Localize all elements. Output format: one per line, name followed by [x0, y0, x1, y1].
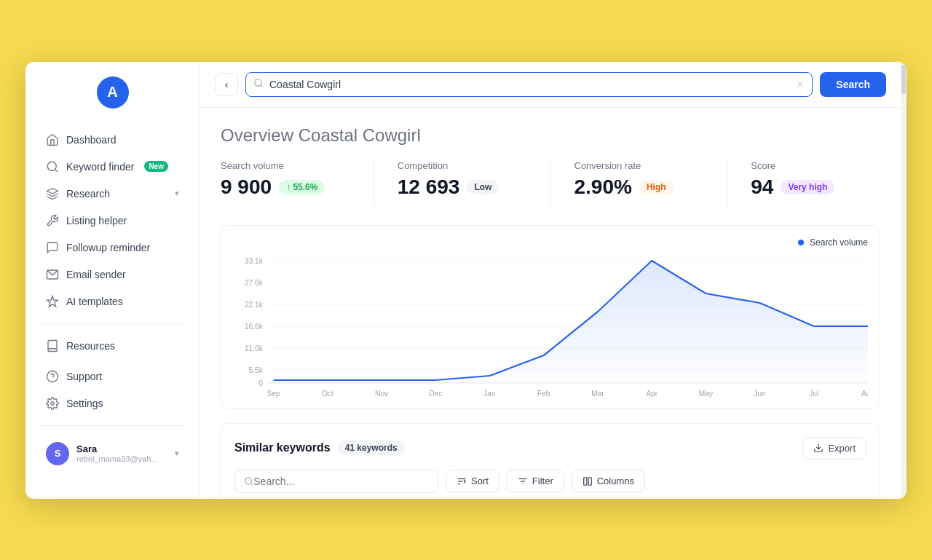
sidebar-item-ai-templates[interactable]: AI templates [31, 288, 194, 315]
svg-text:0: 0 [258, 378, 263, 387]
user-info: Sara rebel_mama93@yah... [76, 443, 167, 463]
sidebar-item-support[interactable]: Support [31, 363, 194, 390]
svg-text:Feb: Feb [537, 388, 550, 397]
filter-label: Filter [532, 476, 553, 486]
export-button[interactable]: Export [802, 437, 866, 460]
sparkle-icon [46, 295, 59, 308]
page-body: Overview Coastal Cowgirl Search volume 9… [200, 108, 901, 499]
stat-card-score: Score 94 Very high [751, 160, 880, 208]
svg-text:11.0k: 11.0k [245, 343, 264, 352]
top-bar: ‹ ✕ Search [200, 62, 901, 108]
sort-label: Sort [471, 476, 489, 486]
svg-text:Nov: Nov [375, 388, 389, 397]
stat-badge: Low [467, 180, 499, 194]
overview-prefix: Overview [221, 125, 293, 145]
scrollbar-track [901, 62, 907, 499]
search-input-wrap: ✕ [245, 72, 813, 97]
sidebar-item-label: Settings [66, 398, 103, 409]
search-icon [253, 78, 264, 90]
filter-button[interactable]: Filter [507, 470, 564, 492]
chart-legend: Search volume [233, 237, 868, 248]
legend-dot [798, 240, 804, 245]
sidebar-item-label: Keyword finder [66, 161, 134, 173]
stat-value: 2.90% [574, 176, 632, 199]
sidebar-item-settings[interactable]: Settings [31, 390, 194, 417]
svg-text:Jul: Jul [809, 388, 818, 397]
sidebar-item-label: Followup reminder [66, 242, 150, 253]
similar-title: Similar keywords 41 keywords [234, 441, 405, 455]
sidebar-item-label: AI templates [66, 296, 123, 307]
stat-card-search-volume: Search volume 9 900 ↑ 55.6% [221, 160, 374, 208]
sort-button[interactable]: Sort [446, 470, 499, 492]
sidebar-item-resources[interactable]: Resources [31, 333, 194, 359]
svg-text:Oct: Oct [322, 388, 333, 397]
keyword-count-badge: 41 keywords [338, 441, 405, 455]
sidebar-item-research[interactable]: Research ▾ [31, 181, 194, 207]
svg-rect-46 [588, 477, 591, 485]
stat-value-row: 12 693 Low [398, 176, 527, 199]
book-icon [46, 339, 59, 352]
stat-card-competition: Competition 12 693 Low [398, 160, 551, 208]
search-volume-chart: 33.1k 27.6k 22.1k 16.6k 11.0k 5.5k 0 [233, 253, 868, 399]
similar-title-text: Similar keywords [234, 441, 331, 454]
app-layout: A Dashboard Keyword finder New Research [25, 62, 907, 499]
export-label: Export [828, 443, 856, 454]
layers-icon [46, 187, 59, 200]
chevron-down-icon: ▾ [175, 189, 179, 198]
stat-value-row: 9 900 ↑ 55.6% [221, 176, 350, 199]
page-title: Overview Coastal Cowgirl [221, 125, 880, 146]
app-window: A Dashboard Keyword finder New Research [25, 62, 907, 499]
columns-button[interactable]: Columns [572, 470, 645, 492]
sidebar-item-label: Email sender [66, 269, 126, 280]
stat-value: 12 693 [398, 176, 460, 199]
stat-badge: High [639, 180, 674, 194]
circle-help-icon [46, 370, 59, 383]
svg-point-0 [47, 162, 56, 170]
stat-badge: ↑ 55.6% [279, 180, 325, 194]
back-button[interactable]: ‹ [215, 73, 238, 96]
main-content: ‹ ✕ Search Overview Coastal Cowgirl [200, 62, 901, 499]
svg-point-37 [245, 478, 252, 484]
clear-icon[interactable]: ✕ [796, 79, 805, 90]
svg-marker-23 [274, 261, 868, 383]
sidebar-item-listing-helper[interactable]: Listing helper [31, 208, 194, 234]
avatar: S [46, 442, 69, 465]
stat-value-row: 2.90% High [574, 176, 704, 199]
wrench-icon [46, 214, 59, 227]
svg-text:16.6k: 16.6k [245, 321, 264, 330]
svg-text:Jan: Jan [483, 388, 496, 397]
search-icon [46, 160, 59, 173]
svg-text:27.6k: 27.6k [245, 277, 264, 286]
sidebar-logo: A [25, 76, 200, 109]
svg-text:Aug: Aug [861, 388, 868, 397]
scrollbar-thumb[interactable] [901, 65, 906, 94]
svg-point-6 [51, 401, 55, 405]
filter-icon [518, 476, 528, 486]
main-search-input[interactable] [269, 73, 796, 96]
sidebar-item-label: Research [66, 188, 110, 200]
sidebar-item-label: Resources [66, 340, 115, 352]
sidebar-item-followup-reminder[interactable]: Followup reminder [31, 234, 194, 261]
svg-line-8 [261, 85, 263, 87]
search-button[interactable]: Search [820, 72, 886, 97]
user-profile[interactable]: S Sara rebel_mama93@yah... ▾ [31, 435, 194, 473]
sidebar-item-dashboard[interactable]: Dashboard [31, 127, 194, 153]
keyword-search-input[interactable] [253, 470, 429, 492]
sidebar-item-email-sender[interactable]: Email sender [31, 261, 194, 288]
user-name: Sara [76, 443, 167, 454]
sidebar-item-keyword-finder[interactable]: Keyword finder New [31, 154, 194, 180]
stats-row: Search volume 9 900 ↑ 55.6% Competition … [221, 160, 880, 208]
nav-divider [37, 323, 188, 324]
nav-section: Dashboard Keyword finder New Research ▾ [25, 126, 200, 363]
export-icon [813, 443, 824, 453]
svg-text:Sep: Sep [267, 388, 280, 397]
svg-line-1 [55, 169, 57, 171]
toolbar-row: Sort Filter Columns [234, 470, 866, 493]
search-container: ✕ [245, 72, 813, 97]
svg-text:May: May [699, 388, 714, 397]
stat-badge: Very high [781, 180, 834, 194]
svg-rect-45 [583, 477, 586, 485]
stat-value-row: 94 Very high [751, 176, 880, 199]
stat-value: 94 [751, 176, 773, 199]
svg-marker-2 [47, 188, 58, 194]
